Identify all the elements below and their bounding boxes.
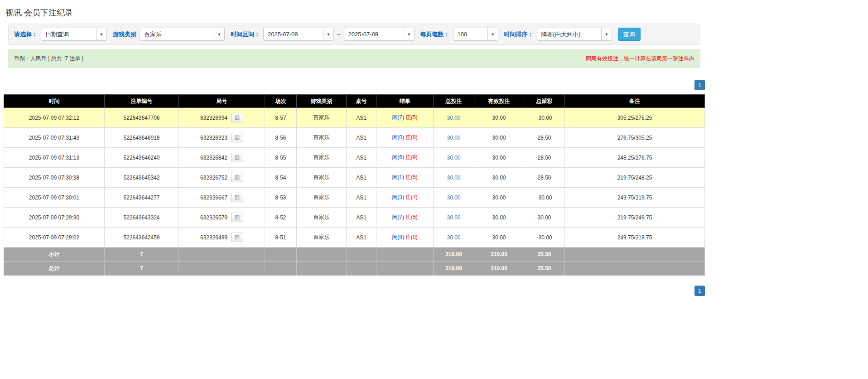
currency-summary-text: 币别：人民币 | 总共 :7 注单 |: [14, 55, 83, 63]
total-bet-link[interactable]: 30.00: [447, 214, 460, 221]
column-header: 注单编号: [105, 95, 179, 108]
table-row: 2025-07-09 07:29:02 522643642459 6323264…: [4, 228, 705, 248]
time-cell: 2025-07-09 07:30:38: [4, 168, 105, 188]
valid-bet-cell: 30.00: [474, 108, 524, 128]
bet-id-cell: 522643646918: [105, 128, 179, 148]
round-preview-icon[interactable]: ⚄: [231, 233, 243, 242]
chevron-down-icon[interactable]: ▼: [214, 28, 224, 40]
result-player: 闲(7): [392, 114, 404, 121]
total-row-cell: [347, 262, 376, 276]
pagination-top: 1: [4, 80, 705, 90]
game-type-cell: 百家乐: [297, 108, 347, 128]
result-cell: 闲(1)庄(5): [376, 168, 434, 188]
chevron-down-icon[interactable]: ▼: [323, 28, 333, 40]
sort-value: 降幂(由大到小): [537, 28, 601, 40]
subtotal-row-cell: 7: [105, 248, 179, 262]
result-cell: 闲(7)庄(5): [376, 208, 434, 228]
total-bet-link[interactable]: 30.00: [447, 175, 460, 181]
game-type-cell: 百家乐: [297, 148, 347, 168]
payout-cell: 28.50: [524, 168, 565, 188]
total-row-cell: [565, 262, 705, 276]
round-cell: 632326579 ⚄: [179, 208, 265, 228]
date-to-input[interactable]: 2025-07-09 ▼: [344, 28, 415, 41]
chevron-down-icon[interactable]: ▼: [601, 28, 612, 40]
time-cell: 2025-07-09 07:32:12: [4, 108, 105, 128]
round-preview-icon[interactable]: ⚄: [231, 133, 243, 142]
total-bet-link[interactable]: 30.00: [447, 155, 460, 161]
subtotal-row: 小计7210.00210.0025.50: [4, 248, 705, 262]
table-row: 2025-07-09 07:29:30 522643643324 6323265…: [4, 208, 705, 228]
round-preview-icon[interactable]: ⚄: [231, 173, 243, 182]
result-banker: 庄(5): [405, 114, 418, 121]
total-bet-cell: 30.00: [434, 148, 474, 168]
total-bet-link[interactable]: 30.00: [447, 194, 460, 201]
table-id-cell: AS1: [347, 128, 376, 148]
game-type-cell: 百家乐: [297, 168, 347, 188]
table-id-cell: AS1: [347, 208, 376, 228]
table-id-cell: AS1: [347, 148, 376, 168]
game-type-select[interactable]: 百家乐 ▼: [140, 28, 225, 41]
subtotal-row-cell: [347, 248, 376, 262]
round-id-text: 632326923: [200, 135, 227, 141]
per-page-input[interactable]: 100 ▼: [453, 28, 498, 41]
payout-cell: -30.00: [524, 108, 565, 128]
session-cell: 8-56: [265, 128, 297, 148]
game-type-label: 游戏类别: [113, 30, 136, 39]
session-cell: 8-51: [265, 228, 297, 248]
result-cell: 闲(0)庄(8): [376, 128, 434, 148]
total-bet-link[interactable]: 30.00: [447, 115, 460, 121]
chevron-down-icon[interactable]: ▼: [404, 28, 414, 40]
bet-id-cell: 522643646240: [105, 148, 179, 168]
subtotal-row-cell: 小计: [4, 248, 105, 262]
bet-id-cell: 522643642459: [105, 228, 179, 248]
table-row: 2025-07-09 07:32:12 522643647706 6323269…: [4, 108, 705, 128]
search-button[interactable]: 查询: [618, 28, 641, 41]
column-header: 游戏类别: [297, 95, 347, 108]
query-type-select[interactable]: 日期查询 ▼: [41, 28, 107, 41]
session-cell: 8-53: [265, 188, 297, 208]
note-cell: 219.75/248.25: [565, 168, 705, 188]
game-type-value: 百家乐: [140, 28, 214, 40]
page-button[interactable]: 1: [694, 286, 705, 296]
result-player: 闲(1): [392, 174, 404, 180]
result-player: 闲(0): [392, 134, 404, 141]
round-preview-icon[interactable]: ⚄: [231, 193, 243, 202]
time-cell: 2025-07-09 07:31:43: [4, 128, 105, 148]
table-body: 2025-07-09 07:32:12 522643647706 6323269…: [4, 108, 705, 276]
round-id-text: 632326499: [200, 234, 227, 241]
result-cell: 闲(6)庄(9): [376, 148, 434, 168]
result-banker: 庄(0): [405, 234, 418, 240]
page-button[interactable]: 1: [694, 80, 705, 90]
payout-cell: 28.50: [524, 148, 565, 168]
round-preview-icon[interactable]: ⚄: [231, 213, 243, 222]
subtotal-row-cell: 210.00: [434, 248, 474, 262]
total-bet-link[interactable]: 30.00: [447, 234, 460, 241]
bet-id-cell: 522643644277: [105, 188, 179, 208]
sort-select[interactable]: 降幂(由大到小) ▼: [537, 28, 612, 41]
bet-id-cell: 522643643324: [105, 208, 179, 228]
time-cell: 2025-07-09 07:29:30: [4, 208, 105, 228]
table-id-cell: AS1: [347, 168, 376, 188]
round-id-text: 632326667: [200, 194, 227, 201]
time-range-label: 时间区间：: [231, 30, 260, 39]
round-preview-icon[interactable]: ⚄: [231, 113, 243, 122]
session-cell: 8-54: [265, 168, 297, 188]
date-from-input[interactable]: 2025-07-09 ▼: [263, 28, 334, 41]
result-player: 闲(7): [392, 214, 404, 220]
round-preview-icon[interactable]: ⚄: [231, 153, 243, 162]
payout-cell: 30.00: [524, 208, 565, 228]
total-row-cell: [376, 262, 434, 276]
note-cell: 219.75/249.75: [565, 208, 705, 228]
total-bet-cell: 30.00: [434, 188, 474, 208]
result-banker: 庄(5): [405, 174, 418, 180]
note-cell: 276.75/305.25: [565, 128, 705, 148]
total-row-cell: [265, 262, 297, 276]
chevron-down-icon[interactable]: ▼: [96, 28, 106, 40]
bet-id-cell: 522643647706: [105, 108, 179, 128]
total-bet-link[interactable]: 30.00: [447, 135, 460, 141]
date-to-value: 2025-07-09: [344, 28, 404, 40]
result-banker: 庄(9): [405, 154, 418, 160]
note-cell: 248.25/276.75: [565, 148, 705, 168]
notice-text: 同局有效投注，统一计算在该局第一张注单内: [586, 55, 694, 63]
chevron-down-icon[interactable]: ▼: [487, 28, 498, 40]
